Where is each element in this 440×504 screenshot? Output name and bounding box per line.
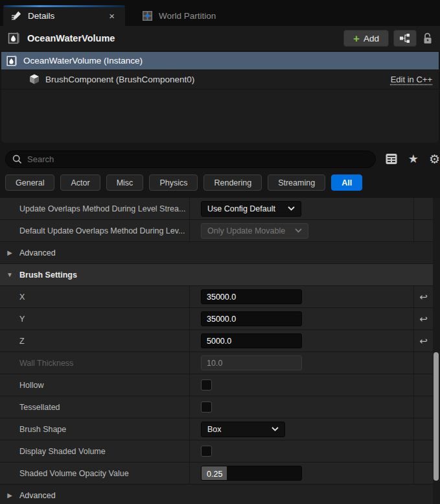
z-label: Z xyxy=(0,330,190,352)
search-actions: ★ ⚙ xyxy=(385,152,440,165)
search-box[interactable] xyxy=(5,150,376,168)
water-volume-instance-icon xyxy=(5,54,18,67)
expanded-triangle-icon: ▼ xyxy=(0,271,19,278)
unlock-icon[interactable] xyxy=(423,32,434,45)
node-hierarchy-icon xyxy=(399,33,411,43)
property-matrix-icon[interactable] xyxy=(385,152,398,165)
actor-header: OceanWaterVolume + Add xyxy=(0,26,440,51)
details-icon xyxy=(11,10,22,21)
tab-world-partition-label: World Partition xyxy=(159,11,216,21)
row-hollow: Hollow xyxy=(0,374,433,396)
row-display-shaded-volume: Display Shaded Volume xyxy=(0,440,433,462)
x-label: X xyxy=(0,286,190,307)
row-x: X ↩ xyxy=(0,286,433,308)
tab-world-partition[interactable]: World Partition xyxy=(134,5,224,26)
shaded-volume-opacity-value: 0.25 xyxy=(207,466,222,481)
component-tree: OceanWaterVolume (Instance) BrushCompone… xyxy=(1,52,439,143)
row-y: Y ↩ xyxy=(0,308,433,330)
row-update-overlaps: Update Overlaps Method During Level Stre… xyxy=(0,198,433,220)
details-panel: Details × World Partition xyxy=(0,0,440,504)
shaded-volume-opacity-slider[interactable]: 0.25 xyxy=(201,466,302,481)
chevron-down-icon xyxy=(272,427,279,431)
plus-icon: + xyxy=(353,33,360,44)
filter-streaming[interactable]: Streaming xyxy=(268,174,325,191)
row-wall-thickness: Wall Thickness xyxy=(0,352,433,374)
reset-z-icon[interactable]: ↩ xyxy=(419,335,428,347)
edit-in-cpp-link[interactable]: Edit in C++ xyxy=(391,75,432,84)
default-update-overlaps-label: Default Update Overlaps Method During Le… xyxy=(0,220,190,241)
z-input[interactable] xyxy=(201,333,302,348)
tree-instance-label: OceanWaterVolume (Instance) xyxy=(23,56,143,66)
brush-settings-category-header[interactable]: ▼ Brush Settings xyxy=(0,264,433,286)
advanced-section-collapsed-bottom[interactable]: ▶ Advanced xyxy=(0,485,433,504)
filter-physics[interactable]: Physics xyxy=(149,174,198,191)
shaded-volume-opacity-label: Shaded Volume Opacity Value xyxy=(0,462,190,484)
filter-actor[interactable]: Actor xyxy=(60,174,100,191)
hollow-label: Hollow xyxy=(0,374,190,396)
browse-hierarchy-button[interactable] xyxy=(393,30,417,47)
chevron-down-icon xyxy=(295,228,302,233)
filter-rendering[interactable]: Rendering xyxy=(203,174,262,191)
property-grid: Update Overlaps Method During Level Stre… xyxy=(0,198,433,504)
wall-thickness-label: Wall Thickness xyxy=(0,352,190,374)
row-brush-shape: Brush Shape Box xyxy=(0,418,433,440)
reset-y-icon[interactable]: ↩ xyxy=(419,313,428,325)
search-input[interactable] xyxy=(27,154,369,164)
tree-row-brush-component[interactable]: BrushComponent (BrushComponent0) Edit in… xyxy=(1,69,439,90)
search-row: ★ ⚙ xyxy=(5,150,440,168)
world-partition-icon xyxy=(142,10,153,21)
reset-x-icon[interactable]: ↩ xyxy=(419,291,428,303)
update-overlaps-label: Update Overlaps Method During Level Stre… xyxy=(0,198,190,219)
wall-thickness-input xyxy=(201,355,302,370)
tree-component-label: BrushComponent (BrushComponent0) xyxy=(45,75,194,84)
add-button[interactable]: + Add xyxy=(343,30,389,47)
collapsed-triangle-icon: ▶ xyxy=(0,492,19,499)
scrollbar-thumb[interactable] xyxy=(434,352,439,481)
add-button-label: Add xyxy=(364,34,379,43)
row-z: Z ↩ xyxy=(0,330,433,352)
x-input[interactable] xyxy=(201,289,302,304)
tab-bar: Details × World Partition xyxy=(0,0,440,26)
update-overlaps-dropdown[interactable]: Use Config Default xyxy=(201,201,301,217)
active-tab-accent xyxy=(3,5,125,7)
row-default-update-overlaps: Default Update Overlaps Method During Le… xyxy=(0,220,433,242)
tessellated-label: Tessellated xyxy=(0,396,190,418)
advanced-section-collapsed-top[interactable]: ▶ Advanced xyxy=(0,242,433,264)
actor-title: OceanWaterVolume xyxy=(27,33,115,43)
cube-icon xyxy=(29,73,40,85)
search-icon xyxy=(12,154,22,164)
chevron-down-icon xyxy=(288,206,295,211)
close-icon[interactable]: × xyxy=(106,10,117,22)
tree-row-instance[interactable]: OceanWaterVolume (Instance) xyxy=(1,52,439,69)
row-shaded-volume-opacity: Shaded Volume Opacity Value 0.25 xyxy=(0,462,433,485)
tab-details[interactable]: Details × xyxy=(3,5,125,26)
category-filter-row: General Actor Misc Physics Rendering Str… xyxy=(5,174,440,191)
hollow-checkbox[interactable] xyxy=(201,379,212,390)
display-shaded-volume-label: Display Shaded Volume xyxy=(0,440,190,462)
brush-shape-label: Brush Shape xyxy=(0,418,190,440)
filter-general[interactable]: General xyxy=(5,174,54,191)
y-input[interactable] xyxy=(201,311,302,326)
filter-all[interactable]: All xyxy=(331,174,362,191)
default-update-overlaps-dropdown: Only Update Movable xyxy=(201,223,308,239)
favorites-star-icon[interactable]: ★ xyxy=(408,153,419,165)
tessellated-checkbox[interactable] xyxy=(201,402,212,413)
brush-shape-dropdown[interactable]: Box xyxy=(201,422,285,437)
settings-gear-icon[interactable]: ⚙ xyxy=(429,153,440,165)
collapsed-triangle-icon: ▶ xyxy=(0,249,19,256)
y-label: Y xyxy=(0,308,190,330)
water-volume-icon xyxy=(6,31,21,45)
display-shaded-volume-checkbox[interactable] xyxy=(201,446,212,457)
filter-misc[interactable]: Misc xyxy=(106,174,144,191)
row-tessellated: Tessellated xyxy=(0,396,433,418)
tab-details-label: Details xyxy=(28,11,54,21)
